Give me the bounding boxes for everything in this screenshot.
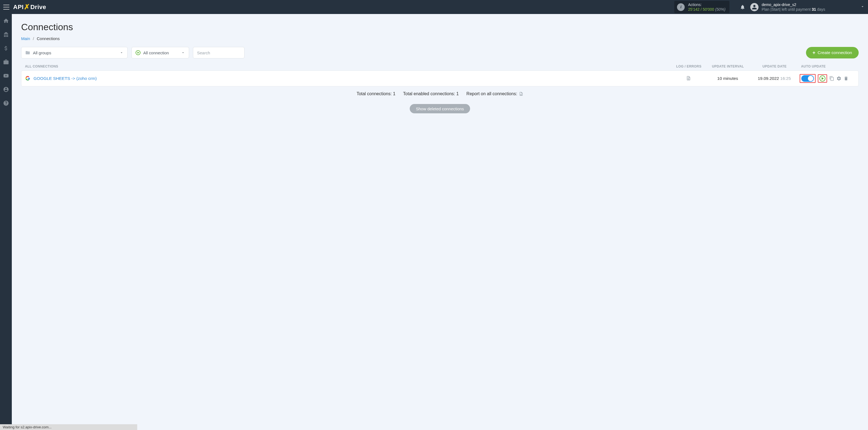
highlight-box-play xyxy=(818,74,827,83)
search-input-wrapper[interactable] xyxy=(193,47,245,58)
groups-label: All groups xyxy=(33,51,51,55)
google-icon xyxy=(25,76,30,82)
show-deleted-button[interactable]: Show deleted connections xyxy=(410,104,470,113)
auto-update-cell xyxy=(800,74,855,83)
home-icon[interactable] xyxy=(3,18,9,24)
connection-label: All connection xyxy=(143,51,169,55)
col-log: LOG / ERRORS xyxy=(671,64,707,68)
run-now-button[interactable] xyxy=(819,75,826,82)
play-circle-icon xyxy=(135,50,141,55)
sitemap-icon[interactable] xyxy=(3,32,9,38)
page-title: Connections xyxy=(21,22,859,32)
app-header: API✗Drive i Actions: 25'142 / 50'000 (50… xyxy=(0,0,868,14)
col-date: UPDATE DATE xyxy=(749,64,800,68)
search-input[interactable] xyxy=(197,51,240,55)
log-cell xyxy=(671,75,706,82)
plus-icon: + xyxy=(812,50,815,56)
folder-icon xyxy=(25,50,30,55)
youtube-icon[interactable] xyxy=(3,73,9,79)
create-label: Create connection xyxy=(817,50,852,55)
actions-counter[interactable]: i Actions: 25'142 / 50'000 (50%) xyxy=(674,1,729,13)
bell-icon[interactable] xyxy=(740,4,745,10)
sidebar xyxy=(0,14,12,430)
groups-select[interactable]: All groups xyxy=(21,47,128,58)
breadcrumb-main[interactable]: Main xyxy=(21,36,30,41)
help-icon[interactable] xyxy=(3,100,9,106)
gear-icon[interactable] xyxy=(836,76,841,81)
table-row: GOOGLE SHEETS -> (zoho crm) 10 minutes 1… xyxy=(21,70,859,87)
user-menu[interactable]: demo_apix-drive_s2 Plan |Start| left unt… xyxy=(750,2,825,12)
chevron-down-icon xyxy=(181,51,185,55)
avatar-icon xyxy=(750,3,758,11)
actions-pct: (50%) xyxy=(715,7,725,11)
copy-icon[interactable] xyxy=(829,76,834,81)
actions-label: Actions: xyxy=(688,2,725,7)
document-icon[interactable] xyxy=(686,75,691,81)
create-connection-button[interactable]: + Create connection xyxy=(806,47,859,58)
summary-row: Total connections: 1 Total enabled conne… xyxy=(21,91,859,96)
table-header: ALL CONNECTIONS LOG / ERRORS UPDATE INTE… xyxy=(21,64,859,70)
breadcrumb: Main / Connections xyxy=(21,36,859,41)
breadcrumb-current: Connections xyxy=(37,36,60,41)
dollar-icon[interactable] xyxy=(3,45,9,51)
col-all: ALL CONNECTIONS xyxy=(25,64,671,68)
user-circle-icon[interactable] xyxy=(3,87,9,92)
col-auto: AUTO UPDATE xyxy=(800,64,855,68)
filter-row: All groups All connection + Create conne… xyxy=(21,47,859,58)
interval-cell: 10 minutes xyxy=(706,76,749,81)
menu-icon[interactable] xyxy=(3,5,9,10)
trash-icon[interactable] xyxy=(844,76,848,81)
chevron-down-icon[interactable] xyxy=(860,4,865,10)
actions-limit: / 50'000 xyxy=(701,7,714,11)
user-name: demo_apix-drive_s2 xyxy=(762,2,825,7)
col-interval: UPDATE INTERVAL xyxy=(707,64,749,68)
chevron-down-icon xyxy=(120,51,123,55)
total-connections: Total connections: 1 xyxy=(356,91,395,96)
highlight-box-toggle xyxy=(800,74,815,83)
actions-used: 25'142 xyxy=(688,7,700,11)
connection-name-link[interactable]: GOOGLE SHEETS -> (zoho crm) xyxy=(33,76,97,81)
briefcase-icon[interactable] xyxy=(3,59,9,65)
logo[interactable]: API✗Drive xyxy=(13,3,46,11)
document-icon[interactable] xyxy=(519,91,523,96)
auto-update-toggle[interactable] xyxy=(801,75,814,82)
main-content: Connections Main / Connections All group… xyxy=(12,14,868,430)
report-link: Report on all connections: xyxy=(467,91,523,96)
browser-status-bar: Waiting for s2.apix-drive.com... xyxy=(0,424,137,430)
total-enabled: Total enabled connections: 1 xyxy=(403,91,459,96)
plan-info: Plan |Start| left until payment 31 days xyxy=(762,7,825,12)
info-icon: i xyxy=(677,3,685,11)
connection-select[interactable]: All connection xyxy=(131,47,189,58)
date-cell: 19.09.2022 16:25 xyxy=(749,76,800,81)
